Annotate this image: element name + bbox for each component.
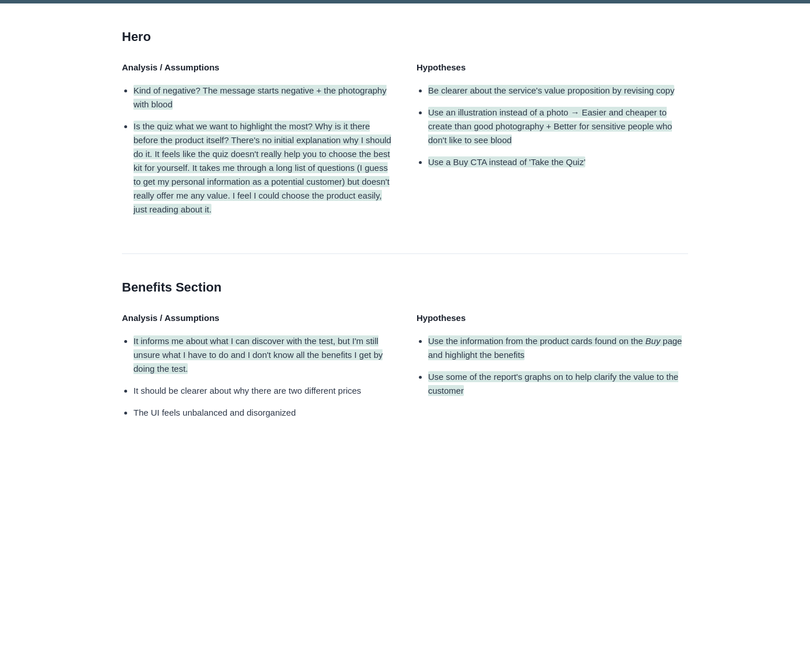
highlight-text: Use some of the report's graphs on to he… <box>428 371 678 396</box>
highlight-text: Use the information from the product car… <box>428 335 682 360</box>
benefits-analysis-col: Analysis / Assumptions It informs me abo… <box>122 311 393 428</box>
list-item: Use a Buy CTA instead of 'Take the Quiz' <box>428 155 688 169</box>
list-item: It should be clearer about why there are… <box>133 384 393 398</box>
hero-hypotheses-list: Be clearer about the service's value pro… <box>417 84 688 169</box>
highlight-text: Kind of negative? The message starts neg… <box>133 85 387 110</box>
hero-analysis-col: Analysis / Assumptions Kind of negative?… <box>122 61 393 225</box>
hero-title: Hero <box>122 27 688 47</box>
highlight-text: Use an illustration instead of a photo →… <box>428 107 672 145</box>
benefits-section: Benefits Section Analysis / Assumptions … <box>122 277 688 428</box>
highlight-text: Be clearer about the service's value pro… <box>428 85 674 96</box>
hero-hypotheses-label: Hypotheses <box>417 61 688 74</box>
benefits-hypotheses-col: Hypotheses Use the information from the … <box>417 311 688 428</box>
list-item: The UI feels unbalanced and disorganized <box>133 406 393 420</box>
section-divider <box>122 253 688 254</box>
hero-section: Hero Analysis / Assumptions Kind of nega… <box>122 27 688 225</box>
highlight-text: Use a Buy CTA instead of 'Take the Quiz' <box>428 156 585 167</box>
benefits-hypotheses-label: Hypotheses <box>417 311 688 325</box>
highlight-text: Is the quiz what we want to highlight th… <box>133 121 391 215</box>
hero-analysis-label: Analysis / Assumptions <box>122 61 393 74</box>
hero-columns: Analysis / Assumptions Kind of negative?… <box>122 61 688 225</box>
list-item: Use the information from the product car… <box>428 334 688 362</box>
hero-analysis-list: Kind of negative? The message starts neg… <box>122 84 393 216</box>
list-item: Use some of the report's graphs on to he… <box>428 370 688 398</box>
benefits-analysis-label: Analysis / Assumptions <box>122 311 393 325</box>
benefits-columns: Analysis / Assumptions It informs me abo… <box>122 311 688 428</box>
list-item: It informs me about what I can discover … <box>133 334 393 376</box>
list-item: Kind of negative? The message starts neg… <box>133 84 393 111</box>
list-item: Be clearer about the service's value pro… <box>428 84 688 98</box>
hero-hypotheses-col: Hypotheses Be clearer about the service'… <box>417 61 688 225</box>
highlight-text: It informs me about what I can discover … <box>133 335 382 374</box>
italic-text: Buy <box>645 336 660 346</box>
list-item: Use an illustration instead of a photo →… <box>428 106 688 147</box>
benefits-title: Benefits Section <box>122 277 688 297</box>
benefits-hypotheses-list: Use the information from the product car… <box>417 334 688 398</box>
list-item: Is the quiz what we want to highlight th… <box>133 120 393 216</box>
benefits-analysis-list: It informs me about what I can discover … <box>122 334 393 420</box>
page-container: Hero Analysis / Assumptions Kind of nega… <box>87 3 723 491</box>
